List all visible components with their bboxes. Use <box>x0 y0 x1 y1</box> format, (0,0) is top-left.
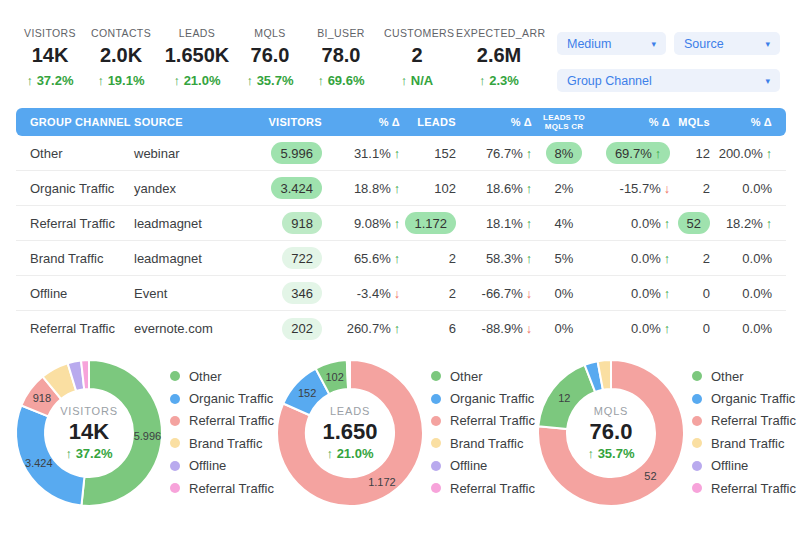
legend-item[interactable]: Organic Traffic <box>431 387 535 409</box>
legend-item[interactable]: Referral Traffic <box>431 477 535 499</box>
kpi-delta: ↑ 35.7% <box>242 73 298 88</box>
column-header[interactable]: SOURCE <box>134 116 262 128</box>
legend-item[interactable]: Referral Traffic <box>692 410 796 432</box>
cell-leads-delta: 58.3%↑ <box>456 251 532 266</box>
cell-mqls: 12 <box>670 146 710 161</box>
kpi-value: 2.6M <box>456 44 542 67</box>
cell-mqls: 0 <box>670 321 710 336</box>
segment-value-label: 5.996 <box>134 430 162 442</box>
cell-cr-delta: 0.0%↑ <box>596 251 670 266</box>
legend-bullet <box>692 461 702 471</box>
kpi-label: VISITORS <box>16 27 84 39</box>
legend-bullet <box>431 416 441 426</box>
kpi-delta: ↑ 2.3% <box>456 73 542 88</box>
cell-source: webinar <box>134 146 262 161</box>
up-arrow-icon: ↑ <box>401 73 411 88</box>
legend-item[interactable]: Referral Traffic <box>170 410 274 432</box>
donut-svg: 1.172152102 <box>275 358 425 508</box>
legend-label: Referral Traffic <box>189 481 274 496</box>
kpi-value: 14K <box>16 44 84 67</box>
cell-visitors-delta: 9.08%↑ <box>322 216 400 231</box>
column-header[interactable]: % Δ <box>456 116 532 128</box>
up-arrow-icon: ↑ <box>27 73 37 88</box>
column-header[interactable]: VISITORS <box>262 116 322 128</box>
legend-bullet <box>431 394 441 404</box>
value-badge: 52 <box>678 212 710 234</box>
segment-value-label: 1.172 <box>368 476 396 488</box>
cell-visitors: 5.996 <box>262 142 322 164</box>
chevron-down-icon: ▾ <box>765 76 770 86</box>
legend-item[interactable]: Referral Traffic <box>692 477 796 499</box>
legend-item[interactable]: Other <box>431 365 535 387</box>
column-header[interactable]: LEADS TO MQLS CR <box>532 113 596 131</box>
legend-item[interactable]: Referral Traffic <box>431 410 535 432</box>
legend-item[interactable]: Organic Traffic <box>170 387 274 409</box>
cell-leads-to-mqls-cr: 0% <box>532 321 596 336</box>
donut-segment-organic-traffic[interactable] <box>16 405 84 505</box>
legend-item[interactable]: Brand Traffic <box>170 432 274 454</box>
table-row[interactable]: Organic Trafficyandex3.42418.8%↑10218.6%… <box>16 171 786 206</box>
legend-label: Brand Traffic <box>450 436 523 451</box>
table-row[interactable]: Otherwebinar5.99631.1%↑15276.7%↑8%69.7%↑… <box>16 136 786 171</box>
cell-source: Event <box>134 286 262 301</box>
column-header[interactable]: GROUP CHANNEL <box>30 116 134 128</box>
cell-cr-delta: -15.7%↓ <box>596 181 670 196</box>
kpi-label: LEADS <box>158 27 236 39</box>
cell-visitors: 722 <box>262 247 322 269</box>
table-row[interactable]: OfflineEvent346-3.4%↓2-66.7%↓0%0.0%↑00.0… <box>16 276 786 311</box>
cell-visitors-delta: 65.6%↑ <box>322 251 400 266</box>
value-badge: 3.424 <box>271 177 322 199</box>
group-channel-filter-dropdown[interactable]: Group Channel ▾ <box>557 69 780 92</box>
legend-item[interactable]: Offline <box>692 455 796 477</box>
kpi-value: 2 <box>384 44 450 67</box>
cell-leads: 6 <box>400 321 456 336</box>
legend-label: Brand Traffic <box>711 436 784 451</box>
table-row[interactable]: Brand Trafficleadmagnet72265.6%↑258.3%↑5… <box>16 241 786 276</box>
cell-visitors-delta: 31.1%↑ <box>322 146 400 161</box>
legend-label: Other <box>450 369 483 384</box>
value-badge: 5.996 <box>271 142 322 164</box>
cell-cr-delta: 69.7%↑ <box>596 142 670 164</box>
source-filter-dropdown[interactable]: Source ▾ <box>674 32 780 55</box>
legend-bullet <box>692 483 702 493</box>
cell-leads-to-mqls-cr: 2% <box>532 181 596 196</box>
legend-item[interactable]: Offline <box>170 455 274 477</box>
legend-item[interactable]: Referral Traffic <box>170 477 274 499</box>
donut-segment-offline[interactable] <box>349 360 350 389</box>
source-filter-label: Source <box>684 37 724 51</box>
chart-legend: OtherOrganic TrafficReferral TrafficBran… <box>170 365 274 499</box>
column-header[interactable]: MQLs <box>670 116 710 128</box>
kpi-delta: ↑ N/A <box>384 73 450 88</box>
legend-bullet <box>170 416 180 426</box>
cell-leads-delta: 18.6%↑ <box>456 181 532 196</box>
legend-item[interactable]: Organic Traffic <box>692 387 796 409</box>
cell-mqls-delta: 0.0% <box>710 286 772 301</box>
legend-label: Other <box>189 369 222 384</box>
up-arrow-icon: ↑ <box>766 147 772 161</box>
chart-legend: OtherOrganic TrafficReferral TrafficBran… <box>692 365 796 499</box>
table-header: GROUP CHANNELSOURCEVISITORS% ΔLEADS% ΔLE… <box>16 108 786 136</box>
legend-item[interactable]: Other <box>170 365 274 387</box>
segment-value-label: 918 <box>33 392 51 404</box>
cell-leads: 102 <box>400 181 456 196</box>
cell-mqls-delta: 0.0% <box>710 181 772 196</box>
legend-item[interactable]: Other <box>692 365 796 387</box>
metrics-table: GROUP CHANNELSOURCEVISITORS% ΔLEADS% ΔLE… <box>16 108 786 346</box>
legend-item[interactable]: Offline <box>431 455 535 477</box>
column-header[interactable]: % Δ <box>322 116 400 128</box>
table-row[interactable]: Referral Trafficleadmagnet9189.08%↑1.172… <box>16 206 786 241</box>
column-header[interactable]: % Δ <box>710 116 772 128</box>
donut-svg: 5.9963.424918 <box>14 358 164 508</box>
cell-leads-to-mqls-cr: 0% <box>532 286 596 301</box>
kpi-label: BI_USER <box>304 27 378 39</box>
medium-filter-dropdown[interactable]: Medium ▾ <box>557 32 666 55</box>
table-row[interactable]: Referral Trafficevernote.com202260.7%↑6-… <box>16 311 786 346</box>
cell-cr-delta: 0.0%↑ <box>596 321 670 336</box>
column-header[interactable]: % Δ <box>596 116 670 128</box>
legend-label: Organic Traffic <box>711 391 795 406</box>
legend-bullet <box>170 461 180 471</box>
legend-item[interactable]: Brand Traffic <box>431 432 535 454</box>
column-header[interactable]: LEADS <box>400 116 456 128</box>
cell-leads-to-mqls-cr: 4% <box>532 216 596 231</box>
legend-item[interactable]: Brand Traffic <box>692 432 796 454</box>
